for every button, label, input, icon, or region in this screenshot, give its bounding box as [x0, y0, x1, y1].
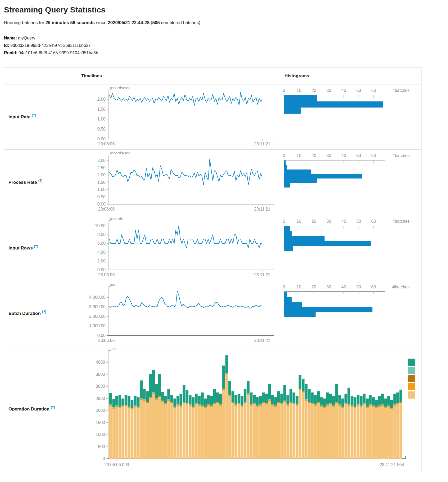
- svg-text:0.50: 0.50: [97, 127, 106, 131]
- svg-text:20: 20: [311, 219, 316, 224]
- svg-text:10: 10: [297, 285, 301, 289]
- running-duration: 26 minutes 56 seconds: [46, 20, 95, 25]
- svg-text:2,000.00: 2,000.00: [89, 314, 106, 319]
- svg-text:0: 0: [283, 219, 285, 224]
- svg-text:0.00: 0.00: [97, 137, 106, 141]
- svg-text:4.00: 4.00: [97, 250, 106, 255]
- svg-text:30: 30: [327, 285, 331, 289]
- svg-text:30: 30: [327, 219, 331, 224]
- svg-text:3,000.00: 3,000.00: [89, 305, 106, 309]
- operation-duration-label: Operation Duration: [8, 407, 49, 412]
- svg-text:#batches: #batches: [392, 219, 410, 224]
- batch-duration-histogram-chart: 0102030405060#batches: [280, 281, 421, 346]
- svg-text:0: 0: [283, 285, 285, 289]
- legend-swatch: [408, 383, 415, 390]
- svg-text:4000: 4000: [96, 360, 105, 364]
- svg-text:10: 10: [297, 88, 301, 93]
- histograms-header-label: Histograms: [284, 73, 309, 79]
- process-rate-histogram-cell: 0102030405060#batches: [280, 149, 421, 215]
- input-rows-histogram-chart: 0102030405060#batches: [280, 215, 421, 280]
- process-rate-histogram-chart: 0102030405060#batches: [280, 150, 421, 214]
- legend-swatch: [408, 367, 415, 374]
- svg-text:23:06:06: 23:06:06: [98, 207, 115, 211]
- help-icon[interactable]: (?): [32, 113, 36, 117]
- svg-text:10.00: 10.00: [95, 224, 106, 228]
- input-rate-timeline-cell: records/sec2.001.501.000.500.0023:06:062…: [77, 84, 280, 149]
- svg-text:1500: 1500: [96, 420, 105, 425]
- streaming-query-statistics-page: Streaming Query Statistics Running batch…: [0, 0, 448, 472]
- svg-text:23:11:21: 23:11:21: [254, 207, 270, 211]
- svg-text:2500: 2500: [96, 396, 105, 401]
- legend-swatch: [408, 391, 415, 399]
- completed-suffix: completed batches): [160, 20, 200, 25]
- svg-text:0.00: 0.00: [97, 333, 106, 338]
- row-label-input-rows: Input Rows(?): [4, 215, 77, 281]
- operation-duration-cell: ms4000350030002500200015001000500023:06:…: [77, 346, 421, 472]
- svg-text:3000: 3000: [96, 384, 105, 389]
- svg-text:40: 40: [341, 285, 346, 289]
- svg-text:23:11:21: 23:11:21: [254, 273, 270, 277]
- help-icon[interactable]: (?): [38, 179, 42, 182]
- svg-text:20: 20: [311, 285, 316, 289]
- svg-text:#batches: #batches: [392, 153, 410, 158]
- svg-text:0.50: 0.50: [97, 195, 106, 199]
- svg-text:23:11:21: 23:11:21: [254, 142, 270, 146]
- svg-text:10: 10: [297, 153, 301, 158]
- svg-text:1.00: 1.00: [97, 187, 106, 192]
- timelines-header-label: Timelines: [81, 73, 102, 79]
- input-rate-histogram-chart: 0102030405060#batches: [280, 84, 421, 149]
- id-label: Id:: [4, 43, 9, 48]
- runid-label: RunId:: [4, 51, 17, 55]
- svg-text:records/sec: records/sec: [110, 86, 130, 90]
- svg-text:1.50: 1.50: [97, 107, 106, 111]
- svg-text:23:06:06.093: 23:06:06.093: [104, 462, 129, 467]
- process-rate-timeline-chart: records/sec3.002.502.001.501.000.500.002…: [77, 150, 280, 214]
- svg-text:1.00: 1.00: [97, 117, 106, 121]
- svg-text:30: 30: [327, 153, 331, 158]
- help-icon[interactable]: (?): [34, 244, 38, 248]
- since-word: since: [95, 20, 108, 25]
- timelines-column-header: Timelines: [77, 68, 280, 84]
- svg-text:23:06:06: 23:06:06: [98, 338, 115, 343]
- operation-duration-legend: [408, 359, 415, 400]
- legend-swatch: [408, 375, 415, 382]
- running-prefix: Running batches for: [4, 20, 46, 25]
- runid-value: 04e101e6-8bf8-4165-9099-9104c951ba3b: [17, 51, 98, 55]
- running-batches-summary: Running batches for 26 minutes 56 second…: [4, 20, 448, 25]
- svg-text:50: 50: [356, 153, 361, 158]
- svg-text:4,000.00: 4,000.00: [89, 295, 106, 300]
- query-metadata: Name: myQuery Id: 9d0dd219-995d-423e-b97…: [4, 34, 448, 57]
- svg-text:20: 20: [311, 153, 316, 158]
- svg-text:2.00: 2.00: [97, 259, 106, 263]
- input-rows-label: Input Rows: [8, 246, 33, 251]
- row-label-process-rate: Process Rate(?): [4, 149, 77, 215]
- svg-text:60: 60: [371, 285, 376, 289]
- svg-text:23:06:06: 23:06:06: [98, 273, 115, 277]
- query-runid-line: RunId: 04e101e6-8bf8-4165-9099-9104c951b…: [4, 49, 448, 57]
- completed-batches-count: 505: [152, 20, 160, 25]
- input-rows-histogram-cell: 0102030405060#batches: [280, 215, 421, 281]
- svg-text:20: 20: [311, 88, 316, 93]
- page-title: Streaming Query Statistics: [4, 5, 448, 14]
- help-icon[interactable]: (?): [51, 405, 55, 409]
- svg-text:6.00: 6.00: [97, 241, 106, 246]
- svg-text:40: 40: [341, 153, 346, 158]
- svg-text:60: 60: [371, 153, 376, 158]
- svg-text:60: 60: [371, 88, 376, 93]
- svg-text:0: 0: [283, 153, 285, 158]
- batch-duration-label: Batch Duration: [8, 311, 41, 316]
- operation-duration-chart: ms4000350030002500200015001000500023:06:…: [77, 346, 416, 471]
- input-rows-timeline-cell: records10.008.006.004.002.000.0023:06:06…: [77, 215, 280, 281]
- statistics-table: Timelines Histograms Input Rate(?) recor…: [4, 67, 422, 472]
- svg-text:40: 40: [341, 219, 346, 224]
- svg-text:1,000.00: 1,000.00: [89, 324, 106, 328]
- svg-text:40: 40: [341, 88, 346, 93]
- svg-text:23:11:21.864: 23:11:21.864: [380, 462, 404, 467]
- svg-text:records: records: [110, 216, 123, 221]
- svg-text:2000: 2000: [96, 408, 105, 413]
- name-label: Name:: [4, 36, 17, 40]
- svg-text:3500: 3500: [96, 372, 105, 377]
- svg-text:1.50: 1.50: [97, 180, 106, 185]
- help-icon[interactable]: (?): [42, 310, 46, 314]
- input-rows-timeline-chart: records10.008.006.004.002.000.0023:06:06…: [77, 215, 280, 280]
